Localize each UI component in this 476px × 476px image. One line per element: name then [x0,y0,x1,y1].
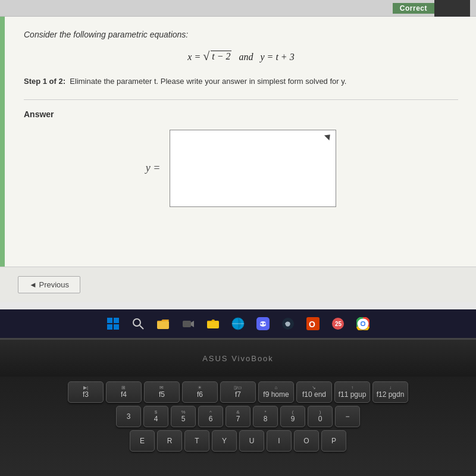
step-instruction: Step 1 of 2: Eliminate the parameter t. … [24,76,458,87]
key-f11[interactable]: ↑f11 pgup [334,381,370,403]
key-f3[interactable]: ▶|f3 [68,381,104,403]
svg-text:25: 25 [335,321,342,327]
search-icon[interactable] [130,315,146,332]
sqrt-expr: √ t − 2 [203,50,231,62]
key-f7[interactable]: ▯/▭f7 [220,381,256,403]
key-7[interactable]: &7 [226,406,250,427]
chrome-icon[interactable] [355,315,371,332]
steam-icon[interactable] [280,315,296,332]
key-f6[interactable]: ☀f6 [182,381,218,403]
key-0[interactable]: )0 [308,406,333,427]
step-label: Step 1 of 2: [24,77,68,86]
svg-point-15 [264,323,265,325]
cursor-indicator [324,131,333,140]
key-9[interactable]: (9 [280,406,305,427]
notification-icon[interactable]: 25 [330,315,346,332]
key-4[interactable]: $4 [143,406,168,427]
key-f4[interactable]: ⊞f4 [106,381,142,403]
svg-point-4 [133,319,140,326]
svg-rect-0 [107,318,112,323]
brand-label: ASUS VivoBook [202,354,274,363]
camera-icon[interactable] [180,315,196,332]
key-o[interactable]: O [294,430,319,452]
key-f5[interactable]: ✉f5 [144,381,180,403]
top-bar: Correct [0,0,476,17]
content-inner: Consider the following parametric equati… [24,30,458,207]
key-e[interactable]: E [130,430,155,452]
key-u[interactable]: U [239,430,264,452]
question-intro: Consider the following parametric equati… [24,30,458,39]
svg-rect-9 [207,321,219,328]
file-explorer-icon[interactable] [155,315,171,332]
svg-point-24 [362,322,365,325]
key-f9[interactable]: ⌂f9 home [258,381,294,403]
svg-rect-1 [114,318,119,323]
svg-rect-2 [107,324,112,330]
keyboard-row-fn: ▶|f3 ⊞f4 ✉f5 ☀f6 ▯/▭f7 ⌂f9 home ↘f10 end… [12,381,464,403]
key-5[interactable]: %5 [171,406,196,427]
key-3[interactable]: 3 [116,406,141,427]
keyboard-row-qwerty: E R T Y U I O P [12,430,464,452]
key-8[interactable]: *8 [253,406,278,427]
equation-display: x = √ t − 2 and y = t + 3 [24,50,458,62]
key-r[interactable]: R [157,430,182,452]
office-icon[interactable]: O [305,315,321,332]
key-y[interactable]: Y [212,430,237,452]
svg-text:O: O [309,320,315,329]
dark-rect [434,0,470,17]
correct-badge: Correct [393,3,434,14]
equation-text: x = √ t − 2 and y = t + 3 [187,52,294,62]
folder-icon[interactable] [205,315,221,332]
svg-line-5 [140,325,143,329]
answer-input-box[interactable] [170,130,336,207]
answer-row: y = [24,130,458,207]
answer-label: Answer [24,109,458,119]
key-p[interactable]: P [321,430,346,452]
windows-icon[interactable] [105,315,121,332]
button-area: ◄ Previous [0,267,476,302]
taskbar: O 25 [0,309,476,338]
svg-rect-3 [114,324,119,330]
divider [24,99,458,100]
svg-rect-7 [183,321,191,327]
key-minus[interactable]: − [335,406,360,427]
svg-marker-8 [191,321,194,327]
browser-icon[interactable] [230,315,246,332]
y-equals-label: y = [146,162,161,174]
keyboard-area: ▶|f3 ⊞f4 ✉f5 ☀f6 ▯/▭f7 ⌂f9 home ↘f10 end… [0,377,476,476]
svg-point-14 [261,323,262,325]
left-green-bar [0,17,5,267]
keyboard-row-numbers: 3 $4 %5 ^6 &7 *8 (9 )0 − [12,406,464,427]
screen: Correct Consider the following parametri… [0,0,476,309]
key-f10[interactable]: ↘f10 end [296,381,332,403]
content-area: Consider the following parametric equati… [0,17,476,267]
laptop-body: ASUS VivoBook [0,338,476,377]
previous-button[interactable]: ◄ Previous [18,276,80,293]
key-t[interactable]: T [184,430,209,452]
discord-icon[interactable] [255,315,271,332]
key-f12[interactable]: ↓f12 pgdn [372,381,408,403]
key-6[interactable]: ^6 [198,406,223,427]
key-i[interactable]: I [267,430,292,452]
svg-rect-6 [157,321,169,329]
